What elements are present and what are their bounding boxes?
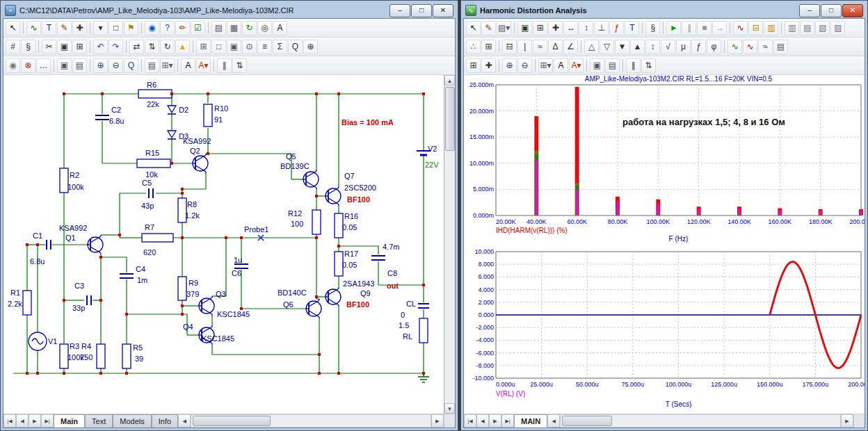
- transient-chart[interactable]: 10.0008.0006.0004.0002.0000.000-2.000-4.…: [464, 246, 865, 413]
- split-v-icon[interactable]: ⇅: [232, 58, 247, 73]
- align-icon[interactable]: ≡: [257, 40, 272, 54]
- font-icon[interactable]: A: [181, 58, 195, 73]
- hscroll-thumb[interactable]: [193, 416, 271, 426]
- search-icon[interactable]: Q: [288, 40, 303, 54]
- copy-page-icon[interactable]: ▣: [590, 58, 604, 73]
- hscroll-left-arrow[interactable]: ◀: [178, 414, 191, 428]
- minimize-button[interactable]: –: [799, 4, 820, 17]
- zoom-out-icon[interactable]: ⊖: [108, 58, 123, 73]
- crosshair-icon[interactable]: ✚: [72, 21, 87, 35]
- redo-icon[interactable]: ↷: [108, 40, 123, 54]
- stop-icon[interactable]: ■: [697, 21, 712, 35]
- wave-red-icon[interactable]: ∿: [743, 40, 757, 54]
- baseline-icon[interactable]: ≈: [533, 40, 547, 54]
- nav-first-button[interactable]: |◀: [464, 414, 476, 428]
- hscroll-track[interactable]: [191, 414, 431, 428]
- valley-icon[interactable]: ▽: [600, 40, 614, 54]
- enable-region-icon[interactable]: ☑: [191, 21, 205, 35]
- wave-green-icon[interactable]: ∿: [728, 40, 742, 54]
- close-button[interactable]: ✕: [433, 4, 453, 17]
- rms-icon[interactable]: √: [661, 40, 675, 54]
- maximize-button[interactable]: □: [821, 4, 842, 17]
- vscroll-track[interactable]: [444, 86, 455, 403]
- refresh-icon[interactable]: ↻: [242, 21, 257, 35]
- schematic-titlebar[interactable]: ⌁ C:\MC12\DATA\Petrov\AMP_Like_Melodiya-…: [3, 3, 456, 18]
- copy-icon[interactable]: ▣: [57, 40, 72, 54]
- zoom-select-icon[interactable]: Q: [124, 58, 138, 73]
- font-icon[interactable]: A: [554, 58, 568, 73]
- node-numbers-icon[interactable]: #: [6, 40, 20, 54]
- grid-dropdown-icon[interactable]: ⊞▾: [160, 58, 175, 73]
- select-mode-icon[interactable]: ↖: [6, 21, 20, 35]
- sum-icon[interactable]: Σ: [273, 40, 287, 54]
- limits-icon[interactable]: ⊟: [748, 21, 763, 35]
- grid-page-icon[interactable]: ▦: [227, 21, 241, 35]
- split-v-icon[interactable]: ⇅: [641, 58, 656, 73]
- data-points-icon[interactable]: ∴: [466, 40, 481, 54]
- hscroll-thumb[interactable]: [562, 416, 612, 426]
- phase-icon[interactable]: φ: [707, 40, 721, 54]
- flag-mode-icon[interactable]: ⚑: [124, 21, 138, 35]
- flip-h-icon[interactable]: ⇄: [129, 40, 144, 54]
- shape-rect-icon[interactable]: □: [108, 21, 123, 35]
- split-h-icon[interactable]: ∥: [626, 58, 641, 73]
- tab-text[interactable]: Text: [85, 414, 113, 428]
- freq-icon[interactable]: ƒ: [691, 40, 706, 54]
- tile-horizontal-icon[interactable]: ▤: [800, 21, 814, 35]
- find-icon[interactable]: ◎: [257, 21, 272, 35]
- hscroll-track[interactable]: [560, 414, 841, 428]
- nav-prev-button[interactable]: ◀: [16, 414, 29, 428]
- waveform-red-icon[interactable]: ∿: [733, 21, 748, 35]
- numeric-output-icon[interactable]: ▥: [764, 21, 778, 35]
- avg-icon[interactable]: μ: [676, 40, 691, 54]
- text-mode-icon[interactable]: T: [625, 21, 639, 35]
- help-mode-icon[interactable]: ?: [160, 21, 175, 35]
- zoom-rect-icon[interactable]: ⊞: [466, 58, 481, 73]
- fft-icon[interactable]: ƒ: [609, 21, 624, 35]
- attribute-icon[interactable]: A: [273, 21, 287, 35]
- nav-next-button[interactable]: ▶: [29, 414, 41, 428]
- rotate-icon[interactable]: ↻: [160, 40, 175, 54]
- copy-page2-icon[interactable]: ▤: [605, 58, 620, 73]
- schematic-canvas[interactable]: R622kC26.8uD2D3R1091R1510kKSA992Q2Q5BD13…: [3, 75, 444, 414]
- analysis-titlebar[interactable]: ∿ Harmonic Distortion Analysis – □ ✕: [463, 3, 865, 18]
- nav-last-button[interactable]: ▶|: [501, 414, 514, 428]
- horizontal-cursor-icon[interactable]: ⊟: [502, 40, 517, 54]
- close-button[interactable]: ✕: [842, 4, 863, 17]
- hscroll-left-arrow[interactable]: ◀: [547, 414, 560, 428]
- select-region-icon[interactable]: ▣: [517, 21, 532, 35]
- zoom-out-icon[interactable]: ⊖: [517, 58, 532, 73]
- scale-y-icon[interactable]: ↕: [579, 21, 593, 35]
- tab-models[interactable]: Models: [113, 414, 151, 428]
- pan-mode-icon[interactable]: ✚: [481, 58, 496, 73]
- minimize-button[interactable]: –: [389, 4, 410, 17]
- split-h-icon[interactable]: ∥: [217, 58, 232, 73]
- maximize-button[interactable]: □: [411, 4, 432, 17]
- grid-dropdown-icon[interactable]: ⊞▾: [538, 58, 553, 73]
- tokens-icon[interactable]: ⊞: [481, 40, 496, 54]
- step-icon[interactable]: →: [712, 21, 727, 35]
- zoom-in-icon[interactable]: ⊕: [93, 58, 108, 73]
- harmonic-chart[interactable]: 25.000m20.000m15.000m10.000m5.000m0.000m…: [464, 75, 865, 243]
- font-color-icon[interactable]: A▾: [196, 58, 211, 73]
- schematic-vertical-scrollbar[interactable]: ▲ ▼: [444, 75, 455, 414]
- text-page-icon[interactable]: ▤: [211, 21, 226, 35]
- tile-vertical-icon[interactable]: ▥: [785, 21, 799, 35]
- pin-numbers-icon[interactable]: §: [21, 40, 35, 54]
- grid-icon[interactable]: ⊞: [196, 40, 211, 54]
- plot-area[interactable]: 25.000m20.000m15.000m10.000m5.000m0.000m…: [464, 75, 865, 414]
- tab-main[interactable]: MAIN: [514, 414, 547, 428]
- cascade-icon[interactable]: ▧: [815, 21, 830, 35]
- vertical-cursor-icon[interactable]: ❘: [517, 40, 532, 54]
- search-next-icon[interactable]: ⊕: [303, 40, 318, 54]
- tab-info[interactable]: Info: [152, 414, 178, 428]
- info-mode-icon[interactable]: ◉: [145, 21, 159, 35]
- component-dropdown-icon[interactable]: ▾: [93, 21, 108, 35]
- wire-mode-icon[interactable]: ∿: [26, 21, 41, 35]
- select-mode-icon[interactable]: ↖: [466, 21, 481, 35]
- text-mode-icon[interactable]: T: [42, 21, 56, 35]
- graphics-mode-icon[interactable]: ✎: [57, 21, 72, 35]
- pkpk-icon[interactable]: ↕: [645, 40, 660, 54]
- scale-x-icon[interactable]: ↔: [563, 21, 578, 35]
- delta-icon[interactable]: Δ: [548, 40, 563, 54]
